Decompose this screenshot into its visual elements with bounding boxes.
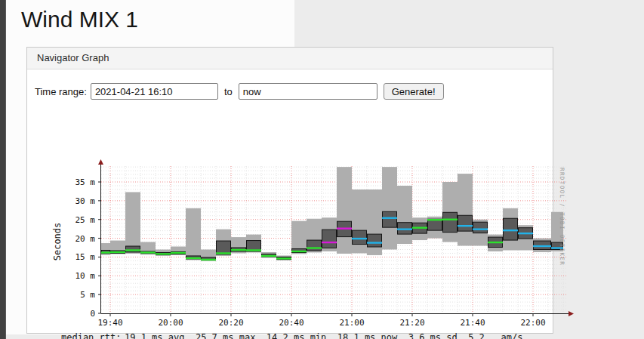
smoke-band-bar <box>398 223 412 234</box>
median-rtt-values: 19.1 ms avg 25.7 ms max 14.2 ms min 18.1… <box>125 332 522 339</box>
y-axis-arrow-icon <box>98 159 103 165</box>
smoke-range-bar <box>458 174 473 245</box>
x-axis-arrow-icon <box>569 311 574 316</box>
legend-median-rtt-row: median rtt:19.1 ms avg 25.7 ms max 14.2 … <box>61 332 567 339</box>
y-tick-label: 20 m <box>75 234 96 244</box>
y-tick-label: 15 m <box>75 252 96 262</box>
y-tick-label: 25 m <box>75 215 96 225</box>
y-tick-label: 30 m <box>75 196 96 206</box>
smoke-band-bar <box>383 211 397 227</box>
graph-legend: median rtt:19.1 ms avg 25.7 ms max 14.2 … <box>61 332 567 339</box>
x-tick-label: 21:00 <box>339 318 364 328</box>
smoke-range-bar <box>125 192 140 254</box>
smoke-range-bar <box>337 167 352 254</box>
smoke-band-bar <box>458 215 473 231</box>
rrdtool-watermark: RRDTOOL / TOBI OETIKER <box>559 168 565 266</box>
smoke-band-bar <box>443 212 458 232</box>
smoke-band-bar <box>353 230 367 244</box>
window-edge-strip <box>0 0 6 339</box>
y-tick-label: 5 m <box>80 290 95 300</box>
smoke-band-bar <box>368 234 382 247</box>
x-tick-label: 21:40 <box>460 318 485 328</box>
x-tick-label: 20:40 <box>279 318 304 328</box>
x-tick-label: 20:00 <box>158 318 183 328</box>
time-range-label: Time range: <box>35 86 87 97</box>
smoke-band-bar <box>534 241 551 249</box>
x-tick-label: 20:20 <box>218 318 243 328</box>
x-tick-label: 21:20 <box>399 318 424 328</box>
y-tick-label: 35 m <box>75 177 96 187</box>
generate-button[interactable]: Generate! <box>384 83 444 100</box>
graph-svg[interactable]: 19:4020:0020:2020:4021:0021:2021:4022:00… <box>50 157 590 332</box>
smoke-range-bar <box>382 167 397 249</box>
time-range-to-label: to <box>224 86 233 97</box>
smoke-range-bar <box>442 182 458 242</box>
latency-graph[interactable]: 19:4020:0020:2020:4021:0021:2021:4022:00… <box>50 157 590 332</box>
smoke-band-bar <box>504 218 518 240</box>
smoke-band-bar <box>428 219 442 230</box>
median-rtt-label: median rtt: <box>61 332 125 339</box>
smoke-band-bar <box>126 246 140 252</box>
smoke-range-bar <box>186 208 201 260</box>
y-axis-title: Seconds <box>52 223 63 261</box>
smoke-range-bar <box>397 186 412 244</box>
smoke-band-bar <box>307 240 322 251</box>
time-range-from-input[interactable] <box>91 83 218 100</box>
navigator-graph-panel: Navigator Graph Time range: to Generate!… <box>26 47 553 334</box>
panel-header: Navigator Graph <box>27 48 553 69</box>
x-tick-label: 19:40 <box>97 318 122 328</box>
y-tick-label: 0 <box>90 309 95 319</box>
time-range-row: Time range: to Generate! <box>35 83 444 100</box>
x-tick-label: 22:00 <box>520 318 545 328</box>
smoke-band-bar <box>322 230 337 248</box>
page-title: Wind MIX 1 <box>21 7 138 32</box>
y-tick-label: 10 m <box>75 271 96 281</box>
time-range-to-input[interactable] <box>239 83 377 100</box>
smoke-band-bar <box>473 222 488 233</box>
